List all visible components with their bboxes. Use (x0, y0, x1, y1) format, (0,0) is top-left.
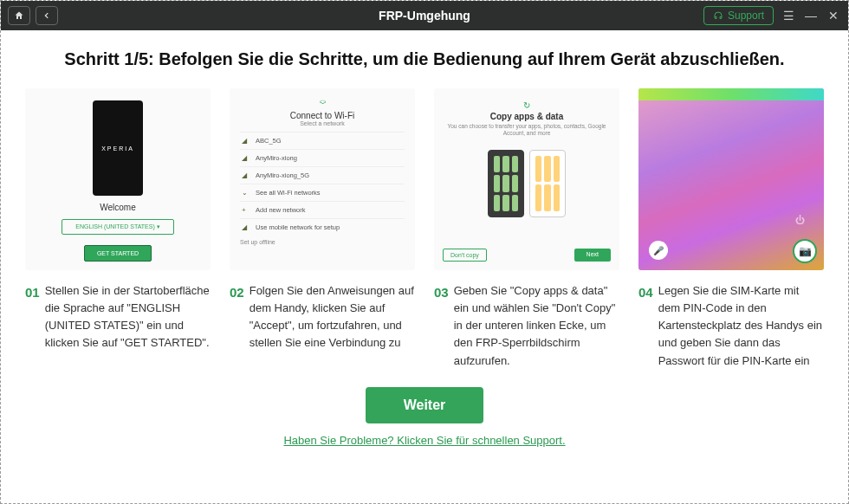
footer: Weiter Haben Sie Probleme? Klicken Sie f… (25, 387, 824, 447)
support-button[interactable]: Support (703, 6, 774, 25)
step-text: Folgen Sie den Anweisungen auf dem Handy… (250, 282, 415, 352)
next-mock: Next (574, 249, 611, 262)
wifi-signal-icon: ◢ (242, 137, 250, 145)
step-3: ↻ Copy apps & data You can choose to tra… (434, 88, 619, 370)
network-item: AnyMiro-xiong_5G (256, 171, 309, 179)
step-4-image: ⏻ 🎤 📷 (638, 88, 824, 270)
step-2-image: ⌔ Connect to Wi-Fi Select a network ◢ABC… (230, 88, 415, 270)
use-mobile: Use mobile network for setup (256, 223, 340, 231)
wifi-subtitle: Select a network (240, 120, 405, 126)
phone-target (529, 150, 566, 217)
step-text: Legen Sie die SIM-Karte mit dem PIN-Code… (658, 282, 824, 370)
cellular-icon: ◢ (242, 223, 250, 231)
step-2: ⌔ Connect to Wi-Fi Select a network ◢ABC… (230, 88, 415, 370)
step-3-image: ↻ Copy apps & data You can choose to tra… (434, 88, 619, 270)
network-item: ABC_5G (256, 137, 282, 145)
home-button[interactable] (8, 6, 30, 25)
wifi-signal-icon: ◢ (242, 154, 250, 162)
setup-offline: Set up offline (240, 239, 405, 245)
step-text: Geben Sie "Copy apps & data" ein und wäh… (454, 282, 619, 370)
language-selector: ENGLISH (UNITED STATES) ▾ (62, 219, 174, 235)
step-number: 04 (638, 282, 653, 370)
step-1: XPERIA Welcome ENGLISH (UNITED STATES) ▾… (25, 88, 211, 370)
mic-icon: 🎤 (649, 241, 668, 260)
dont-copy-mock: Don't copy (443, 249, 487, 262)
minimize-button[interactable]: — (803, 9, 819, 23)
back-button[interactable] (36, 6, 58, 25)
welcome-label: Welcome (100, 203, 136, 212)
see-all-networks: See all Wi-Fi networks (256, 189, 321, 197)
step-number: 03 (434, 282, 449, 370)
main-content: Schritt 1/5: Befolgen Sie die Schritte, … (1, 30, 848, 447)
lock-icon: ⏻ (795, 215, 805, 225)
step-number: 01 (25, 282, 40, 352)
network-item: AnyMiro-xiong (256, 154, 297, 162)
titlebar: FRP-Umgehung Support ☰ — ✕ (1, 1, 848, 30)
chevron-down-icon: ⌄ (242, 189, 250, 197)
copy-subtitle: You can choose to transfer your apps, ph… (443, 123, 611, 138)
plus-icon: + (242, 206, 250, 214)
transfer-icon: ↻ (443, 100, 611, 110)
help-link[interactable]: Haben Sie Probleme? Klicken Sie für schn… (25, 434, 824, 447)
support-label: Support (728, 10, 764, 22)
copy-title: Copy apps & data (443, 112, 611, 121)
step-number: 02 (230, 282, 244, 352)
wifi-title: Connect to Wi-Fi (240, 111, 405, 120)
step-1-image: XPERIA Welcome ENGLISH (UNITED STATES) ▾… (25, 88, 211, 270)
close-button[interactable]: ✕ (826, 9, 841, 23)
continue-button[interactable]: Weiter (366, 387, 484, 423)
menu-icon[interactable]: ☰ (781, 9, 796, 23)
camera-icon: 📷 (793, 239, 817, 263)
step-4: ⏻ 🎤 📷 04 Legen Sie die SIM-Karte mit dem… (638, 88, 824, 370)
step-text: Stellen Sie in der Startoberfläche die S… (45, 282, 211, 352)
phone-source (488, 150, 524, 217)
get-started-mock: GET STARTED (84, 245, 152, 262)
page-heading: Schritt 1/5: Befolgen Sie die Schritte, … (25, 49, 824, 69)
steps-row: XPERIA Welcome ENGLISH (UNITED STATES) ▾… (25, 88, 824, 370)
phone-brand: XPERIA (101, 145, 134, 152)
phone-mock: XPERIA (93, 100, 143, 196)
wifi-signal-icon: ◢ (242, 171, 250, 179)
wifi-icon: ⌔ (240, 97, 405, 109)
add-network: Add new network (256, 206, 306, 214)
